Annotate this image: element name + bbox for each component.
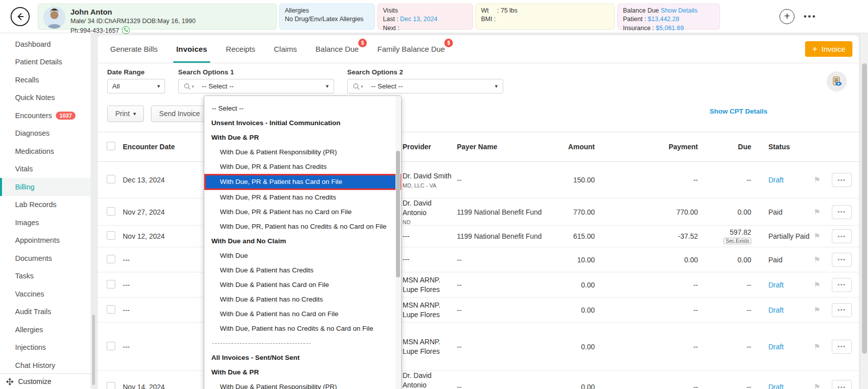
- sidebar-item[interactable]: Documents: [0, 249, 91, 267]
- row-checkbox[interactable]: [107, 207, 115, 216]
- flag-icon[interactable]: ⚑: [814, 280, 820, 289]
- dropdown-scrollbar[interactable]: [396, 96, 401, 389]
- sidebar-item[interactable]: Vaccines: [0, 285, 91, 303]
- search-options-1-select[interactable]: ▾ -- Select -- ▾: [178, 79, 334, 93]
- dropdown-option[interactable]: With Due and No Claim: [204, 234, 401, 248]
- row-actions-button[interactable]: •••: [832, 173, 852, 187]
- row-actions-button[interactable]: •••: [832, 303, 852, 317]
- sidebar-item[interactable]: Appointments: [0, 232, 91, 250]
- provider-credentials: MD, LLC - VA: [403, 182, 454, 188]
- dropdown-option[interactable]: With Due & Patient has no Credits: [204, 292, 401, 307]
- invoice-status[interactable]: Draft: [768, 383, 783, 389]
- dropdown-option[interactable]: With Due & Patient has Card on File: [204, 277, 401, 292]
- invoice-status[interactable]: Draft: [768, 343, 783, 351]
- dropdown-option[interactable]: With Due, PR & Patient has no Card on Fi…: [204, 205, 401, 219]
- print-button[interactable]: Print ▾: [107, 106, 144, 122]
- sidebar-item[interactable]: Recalls: [0, 71, 91, 89]
- dropdown-option[interactable]: All Invoices - Sent/Not Sent: [204, 350, 401, 365]
- sidebar-item[interactable]: Lab Records: [0, 196, 91, 214]
- sidebar-item[interactable]: Tasks: [0, 267, 91, 285]
- flag-icon[interactable]: ⚑: [814, 232, 820, 240]
- tab[interactable]: Claims: [271, 35, 300, 63]
- back-button[interactable]: [11, 7, 30, 26]
- view-details-icon[interactable]: [827, 71, 847, 91]
- sidebar-item[interactable]: Images: [0, 214, 91, 232]
- last-visit-date[interactable]: Dec 13, 2024: [400, 16, 437, 23]
- dropdown-option[interactable]: With Due, PR & Patient has no Credits: [204, 190, 401, 205]
- invoice-status[interactable]: Paid: [768, 208, 782, 216]
- tab[interactable]: Generate Bills: [107, 35, 161, 63]
- send-invoice-button[interactable]: Send Invoice: [151, 106, 208, 122]
- dropdown-option[interactable]: With Due & Patient has Credits: [204, 263, 401, 277]
- flag-icon[interactable]: ⚑: [814, 175, 820, 184]
- row-checkbox[interactable]: [107, 382, 115, 389]
- row-checkbox[interactable]: [107, 305, 115, 314]
- flag-icon[interactable]: ⚑: [814, 306, 820, 314]
- show-cpt-details-link[interactable]: Show CPT Details: [709, 108, 767, 115]
- tab[interactable]: Family Balance Due $: [374, 35, 448, 63]
- phone-icon[interactable]: [122, 26, 130, 34]
- row-checkbox[interactable]: [107, 175, 115, 183]
- sidebar-item[interactable]: Quick Notes: [0, 89, 91, 107]
- sidebar-item[interactable]: Billing: [0, 178, 91, 196]
- flag-icon[interactable]: ⚑: [814, 255, 820, 264]
- date-range-select[interactable]: All ▾: [107, 79, 165, 93]
- more-options-icon[interactable]: •••: [804, 12, 817, 21]
- flag-icon[interactable]: ⚑: [814, 208, 820, 216]
- row-actions-button[interactable]: •••: [832, 253, 852, 267]
- flag-icon[interactable]: ⚑: [814, 382, 820, 389]
- dropdown-option[interactable]: With Due & PR: [204, 130, 401, 145]
- row-actions-button[interactable]: •••: [832, 205, 852, 219]
- invoice-status[interactable]: Partially Paid: [768, 232, 810, 240]
- tab[interactable]: Invoices: [173, 35, 210, 63]
- sidebar-item[interactable]: Diagnoses: [0, 125, 91, 143]
- sidebar-item[interactable]: Medications: [0, 142, 91, 160]
- sidebar-item[interactable]: Patient Details: [0, 53, 91, 71]
- invoice-status[interactable]: Draft: [768, 306, 783, 314]
- row-checkbox[interactable]: [107, 231, 115, 240]
- row-checkbox[interactable]: [107, 255, 115, 263]
- page-scrollbar-thumb[interactable]: [862, 63, 867, 354]
- dropdown-option[interactable]: With Due, PR & Patient has Credits: [204, 159, 401, 174]
- add-icon[interactable]: +: [779, 9, 795, 24]
- sidebar-item[interactable]: Chat History: [0, 356, 91, 374]
- row-actions-button[interactable]: •••: [832, 340, 852, 354]
- dropdown-option[interactable]: With Due: [204, 248, 401, 263]
- flag-icon[interactable]: ⚑: [814, 342, 820, 351]
- dropdown-option[interactable]: With Due & PR: [204, 365, 401, 379]
- search-options-2-select[interactable]: ▾ -- Select -- ▾: [347, 79, 503, 93]
- tab[interactable]: Receipts: [223, 35, 258, 63]
- row-checkbox[interactable]: [107, 280, 115, 288]
- show-details-link[interactable]: Show Details: [661, 7, 697, 14]
- row-checkbox[interactable]: [107, 342, 115, 350]
- row-actions-button[interactable]: •••: [832, 380, 852, 389]
- dropdown-option[interactable]: With Due, PR, Patient has no Credits & n…: [204, 219, 401, 234]
- dropdown-option[interactable]: ------------------------------------: [204, 336, 401, 350]
- sidebar-item[interactable]: Allergies: [0, 321, 91, 339]
- select-all-checkbox[interactable]: [107, 142, 115, 150]
- invoice-status[interactable]: Draft: [768, 281, 783, 289]
- dropdown-option[interactable]: With Due, Patient has no Credits & no Ca…: [204, 321, 401, 336]
- new-invoice-button[interactable]: + Invoice: [805, 41, 852, 57]
- dropdown-option[interactable]: With Due & Patient Responsibility (PR): [204, 145, 401, 159]
- dropdown-option[interactable]: With Due, PR & Patient has Card on File: [204, 174, 401, 190]
- dropdown-option[interactable]: -- Select --: [204, 101, 401, 116]
- sidebar-item[interactable]: Vitals: [0, 160, 91, 178]
- tab[interactable]: Balance Due $: [312, 35, 362, 63]
- sidebar-item[interactable]: Encounters 1037: [0, 107, 91, 125]
- dropdown-option[interactable]: With Due & Patient has no Card on File: [204, 307, 401, 321]
- sidebar-scrollbar[interactable]: [92, 315, 95, 385]
- sidebar-item[interactable]: Audit Trails: [0, 303, 91, 321]
- dropdown-option[interactable]: With Due & Patient Responsibility (PR): [204, 379, 401, 389]
- due-cell: --: [701, 383, 754, 389]
- sidebar-item[interactable]: Dashboard: [0, 35, 91, 53]
- invoice-status[interactable]: Draft: [768, 176, 783, 184]
- customize-button[interactable]: Customize: [0, 373, 91, 389]
- dropdown-option[interactable]: Unsent Invoices - Initial Communication: [204, 116, 401, 130]
- sidebar-item[interactable]: Injections: [0, 339, 91, 357]
- page-scrollbar[interactable]: [861, 33, 868, 389]
- row-actions-button[interactable]: •••: [832, 278, 852, 292]
- dropdown-scrollbar-thumb[interactable]: [396, 151, 400, 277]
- invoice-status[interactable]: Paid: [768, 256, 782, 264]
- row-actions-button[interactable]: •••: [832, 229, 852, 243]
